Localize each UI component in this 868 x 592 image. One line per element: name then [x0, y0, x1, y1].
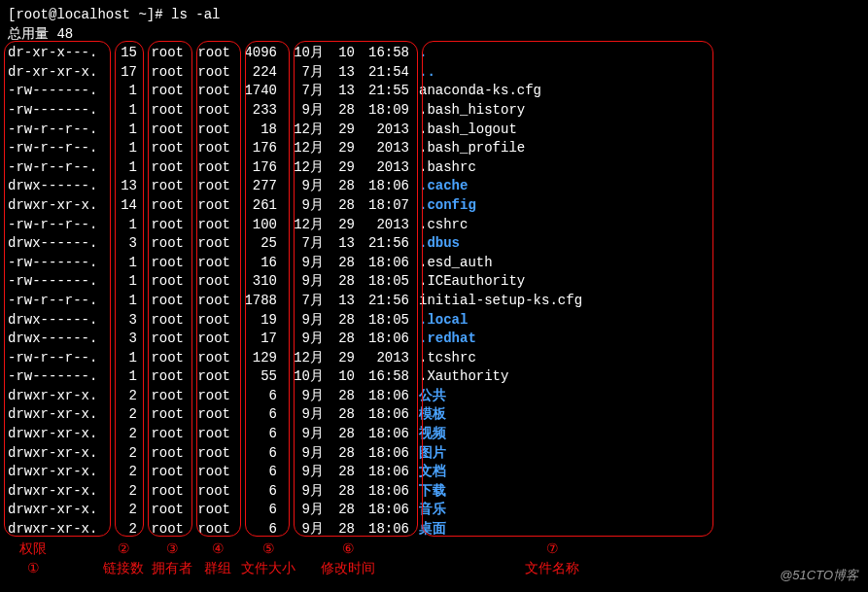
col-permissions: dr-xr-x---.	[8, 44, 108, 63]
col-group: root	[184, 254, 230, 273]
col-size: 6	[230, 520, 277, 540]
col-group: root	[184, 216, 230, 235]
list-item: -rw-r--r--.1rootroot17612月292013.bash_pr…	[8, 139, 860, 158]
col-day: 28	[324, 482, 355, 502]
col-links: 1	[108, 101, 137, 121]
col-size: 6	[230, 463, 277, 482]
col-time: 2013	[355, 216, 409, 235]
col-group: root	[184, 482, 230, 502]
col-size: 17	[230, 330, 277, 349]
col-group: root	[184, 367, 230, 387]
col-links: 1	[108, 139, 137, 158]
col-month: 10月	[277, 44, 324, 63]
col-filename: .bashrc	[409, 158, 476, 178]
annot-label-3: ③拥有者	[152, 540, 192, 578]
col-group: root	[184, 63, 230, 83]
col-filename: 音乐	[409, 501, 446, 520]
col-permissions: -rw-r--r--.	[8, 349, 108, 368]
list-item: drwx------.3rootroot199月2818:05.local	[8, 311, 860, 331]
col-filename: 桌面	[409, 520, 446, 540]
col-month: 9月	[277, 463, 324, 482]
col-time: 18:06	[355, 254, 409, 273]
col-owner: root	[137, 101, 184, 121]
col-group: root	[184, 292, 230, 311]
col-time: 18:05	[355, 311, 409, 331]
col-owner: root	[137, 444, 184, 464]
col-time: 2013	[355, 349, 409, 368]
col-permissions: -rw-------.	[8, 367, 108, 387]
col-time: 21:55	[355, 82, 409, 101]
col-month: 9月	[277, 482, 324, 502]
col-permissions: -rw-------.	[8, 272, 108, 292]
col-filename: .redhat	[409, 330, 476, 349]
col-owner: root	[137, 82, 184, 101]
list-item: -rw-r--r--.1rootroot17612月292013.bashrc	[8, 158, 860, 178]
col-filename: 模板	[409, 405, 446, 425]
col-links: 2	[108, 463, 137, 482]
col-permissions: drwxr-xr-x.	[8, 444, 108, 464]
col-day: 13	[324, 234, 355, 254]
col-group: root	[184, 463, 230, 482]
col-owner: root	[137, 387, 184, 406]
col-size: 6	[230, 482, 277, 502]
col-links: 1	[108, 292, 137, 311]
col-month: 12月	[277, 216, 324, 235]
col-owner: root	[137, 405, 184, 425]
col-links: 1	[108, 82, 137, 101]
col-group: root	[184, 234, 230, 254]
list-item: drwxr-xr-x.2rootroot69月2818:06模板	[8, 405, 860, 425]
list-item: drwxr-xr-x.2rootroot69月2818:06图片	[8, 444, 860, 464]
col-month: 9月	[277, 101, 324, 121]
col-month: 12月	[277, 158, 324, 178]
col-month: 9月	[277, 425, 324, 444]
col-links: 13	[108, 177, 137, 196]
col-group: root	[184, 121, 230, 140]
col-owner: root	[137, 177, 184, 196]
col-month: 7月	[277, 63, 324, 83]
col-day: 28	[324, 311, 355, 331]
col-time: 18:06	[355, 405, 409, 425]
col-owner: root	[137, 121, 184, 140]
col-permissions: drwxr-xr-x.	[8, 196, 108, 216]
list-item: -rw-------.1rootroot17407月1321:55anacond…	[8, 82, 860, 101]
col-filename: anaconda-ks.cfg	[409, 82, 541, 101]
list-item: drwxr-xr-x.2rootroot69月2818:06文档	[8, 463, 860, 482]
col-day: 28	[324, 463, 355, 482]
col-owner: root	[137, 367, 184, 387]
col-links: 2	[108, 501, 137, 520]
col-links: 2	[108, 444, 137, 464]
col-day: 29	[324, 158, 355, 178]
col-links: 1	[108, 216, 137, 235]
col-permissions: drwxr-xr-x.	[8, 501, 108, 520]
col-time: 16:58	[355, 44, 409, 63]
list-item: drwxr-xr-x.2rootroot69月2818:06音乐	[8, 501, 860, 520]
col-links: 1	[108, 272, 137, 292]
col-day: 13	[324, 63, 355, 83]
col-size: 25	[230, 234, 277, 254]
col-month: 9月	[277, 272, 324, 292]
list-item: -rw-r--r--.1rootroot10012月292013.cshrc	[8, 216, 860, 235]
col-links: 2	[108, 387, 137, 406]
watermark: @51CTO博客	[780, 567, 858, 584]
col-size: 176	[230, 158, 277, 178]
col-filename: .bash_logout	[409, 121, 517, 140]
file-listing: dr-xr-x---.15rootroot409610月1016:58.dr-x…	[8, 44, 860, 539]
col-time: 18:06	[355, 425, 409, 444]
col-permissions: -rw-------.	[8, 101, 108, 121]
col-size: 6	[230, 387, 277, 406]
col-size: 16	[230, 254, 277, 273]
col-permissions: -rw-r--r--.	[8, 121, 108, 140]
col-size: 1740	[230, 82, 277, 101]
col-permissions: drwxr-xr-x.	[8, 387, 108, 406]
col-day: 29	[324, 216, 355, 235]
col-owner: root	[137, 425, 184, 444]
col-day: 28	[324, 501, 355, 520]
col-filename: .	[409, 44, 427, 63]
col-group: root	[184, 444, 230, 464]
col-month: 7月	[277, 234, 324, 254]
col-owner: root	[137, 63, 184, 83]
col-size: 19	[230, 311, 277, 331]
col-time: 18:06	[355, 520, 409, 540]
col-group: root	[184, 349, 230, 368]
col-time: 2013	[355, 139, 409, 158]
